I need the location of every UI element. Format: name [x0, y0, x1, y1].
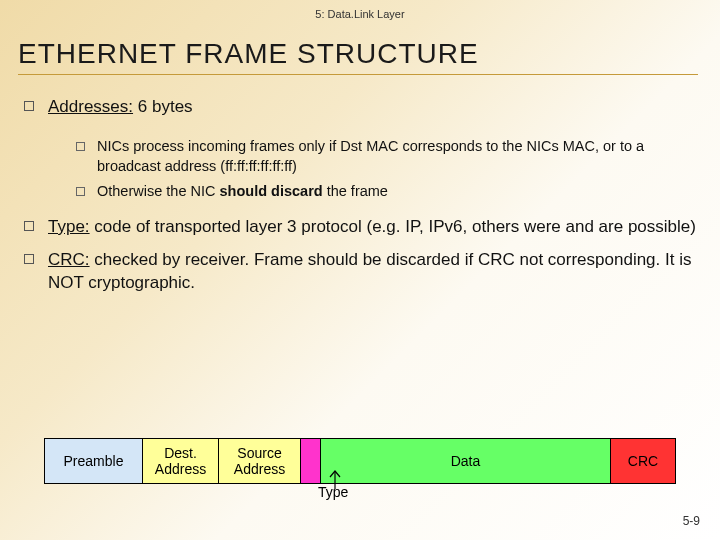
bullet-text: CRC: checked by receiver. Frame should b… — [48, 249, 696, 295]
square-bullet-icon — [24, 101, 34, 111]
square-bullet-icon — [76, 187, 85, 196]
title-underline — [18, 74, 698, 75]
subbullet-text: NICs process incoming frames only if Dst… — [97, 137, 696, 176]
frame-field-dest-address: Dest. Address — [143, 439, 219, 483]
addresses-label: Addresses: — [48, 97, 133, 116]
frame-field-data: Data — [321, 439, 611, 483]
square-bullet-icon — [24, 221, 34, 231]
page-title: ETHERNET FRAME STRUCTURE — [18, 38, 702, 70]
bullet-crc: CRC: checked by receiver. Frame should b… — [24, 249, 696, 295]
addresses-value: 6 bytes — [133, 97, 193, 116]
frame-field-source-address: Source Address — [219, 439, 301, 483]
content-area: Addresses: 6 bytes NICs process incoming… — [24, 96, 696, 304]
square-bullet-icon — [76, 142, 85, 151]
page-number: 5-9 — [683, 514, 700, 528]
frame-field-type — [301, 439, 321, 483]
ethernet-frame-figure: Preamble Dest. Address Source Address Da… — [44, 438, 676, 484]
chapter-label: 5: Data.Link Layer — [0, 8, 720, 20]
square-bullet-icon — [24, 254, 34, 264]
slide: 5: Data.Link Layer ETHERNET FRAME STRUCT… — [0, 0, 720, 540]
frame-type-label: Type — [318, 484, 348, 500]
title-block: ETHERNET FRAME STRUCTURE — [18, 38, 702, 75]
subbullet-discard: Otherwise the NIC should discard the fra… — [76, 182, 696, 202]
bullet-type: Type: code of transported layer 3 protoc… — [24, 216, 696, 239]
frame-field-preamble: Preamble — [45, 439, 143, 483]
subbullet-nic-process: NICs process incoming frames only if Dst… — [76, 137, 696, 176]
frame-field-crc: CRC — [611, 439, 675, 483]
frame-row: Preamble Dest. Address Source Address Da… — [44, 438, 676, 484]
bullet-text: Type: code of transported layer 3 protoc… — [48, 216, 696, 239]
bullet-text: Addresses: 6 bytes — [48, 96, 696, 119]
bullet-addresses: Addresses: 6 bytes — [24, 96, 696, 119]
subbullet-text: Otherwise the NIC should discard the fra… — [97, 182, 696, 202]
